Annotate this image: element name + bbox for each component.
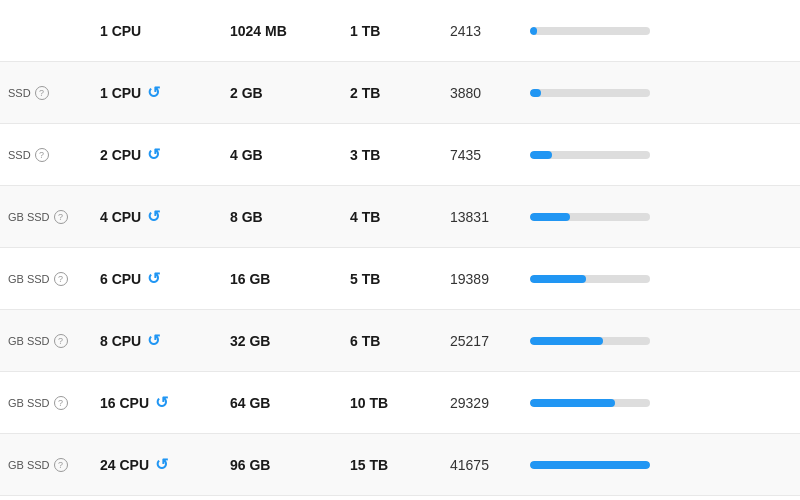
col-cpu: 2 CPU↺ (100, 145, 230, 164)
transfer-icon[interactable]: ↺ (147, 269, 160, 288)
progress-track (530, 337, 650, 345)
col-storage: 1 TB (350, 23, 450, 39)
table-row: 1 CPU1024 MB1 TB2413 (0, 0, 800, 62)
col-label: SSD? (0, 86, 100, 100)
col-price: 41675 (450, 457, 530, 473)
transfer-icon[interactable]: ↺ (147, 331, 160, 350)
col-bar (530, 399, 800, 407)
cpu-value: 24 CPU (100, 457, 149, 473)
col-bar (530, 213, 800, 221)
progress-track (530, 89, 650, 97)
help-icon[interactable]: ? (54, 272, 68, 286)
cpu-value: 16 CPU (100, 395, 149, 411)
help-icon[interactable]: ? (35, 148, 49, 162)
col-storage: 2 TB (350, 85, 450, 101)
col-ram: 8 GB (230, 209, 350, 225)
cpu-value: 8 CPU (100, 333, 141, 349)
transfer-icon[interactable]: ↺ (147, 83, 160, 102)
help-icon[interactable]: ? (54, 334, 68, 348)
ssd-label: GB SSD (8, 459, 50, 471)
col-price: 3880 (450, 85, 530, 101)
progress-fill (530, 461, 650, 469)
ssd-label: GB SSD (8, 211, 50, 223)
col-price: 7435 (450, 147, 530, 163)
ssd-label: SSD (8, 87, 31, 99)
help-icon[interactable]: ? (54, 458, 68, 472)
progress-track (530, 399, 650, 407)
progress-track (530, 461, 650, 469)
cpu-value: 2 CPU (100, 147, 141, 163)
transfer-icon[interactable]: ↺ (155, 393, 168, 412)
col-bar (530, 337, 800, 345)
col-label: GB SSD? (0, 334, 100, 348)
col-label: GB SSD? (0, 210, 100, 224)
table-row: GB SSD?16 CPU↺64 GB10 TB29329 (0, 372, 800, 434)
col-price: 19389 (450, 271, 530, 287)
table-row: GB SSD?8 CPU↺32 GB6 TB25217 (0, 310, 800, 372)
col-storage: 3 TB (350, 147, 450, 163)
col-cpu: 1 CPU (100, 23, 230, 39)
col-ram: 1024 MB (230, 23, 350, 39)
table-row: SSD?2 CPU↺4 GB3 TB7435 (0, 124, 800, 186)
table-row: GB SSD?24 CPU↺96 GB15 TB41675 (0, 434, 800, 496)
col-storage: 15 TB (350, 457, 450, 473)
table-row: GB SSD?4 CPU↺8 GB4 TB13831 (0, 186, 800, 248)
ssd-label: SSD (8, 149, 31, 161)
cpu-value: 4 CPU (100, 209, 141, 225)
col-bar (530, 151, 800, 159)
table-row: SSD?1 CPU↺2 GB2 TB3880 (0, 62, 800, 124)
progress-fill (530, 213, 570, 221)
ssd-label: GB SSD (8, 335, 50, 347)
table-row: GB SSD?6 CPU↺16 GB5 TB19389 (0, 248, 800, 310)
col-ram: 96 GB (230, 457, 350, 473)
progress-fill (530, 89, 541, 97)
col-ram: 16 GB (230, 271, 350, 287)
help-icon[interactable]: ? (54, 396, 68, 410)
ssd-label: GB SSD (8, 397, 50, 409)
progress-fill (530, 337, 603, 345)
col-storage: 6 TB (350, 333, 450, 349)
col-price: 25217 (450, 333, 530, 349)
col-ram: 2 GB (230, 85, 350, 101)
col-storage: 10 TB (350, 395, 450, 411)
col-price: 29329 (450, 395, 530, 411)
col-bar (530, 27, 800, 35)
col-cpu: 1 CPU↺ (100, 83, 230, 102)
progress-track (530, 213, 650, 221)
col-bar (530, 275, 800, 283)
cpu-value: 1 CPU (100, 85, 141, 101)
col-bar (530, 461, 800, 469)
col-bar (530, 89, 800, 97)
transfer-icon[interactable]: ↺ (147, 145, 160, 164)
col-ram: 32 GB (230, 333, 350, 349)
col-label: GB SSD? (0, 458, 100, 472)
transfer-icon[interactable]: ↺ (155, 455, 168, 474)
progress-fill (530, 399, 615, 407)
col-label: GB SSD? (0, 396, 100, 410)
col-storage: 4 TB (350, 209, 450, 225)
progress-track (530, 151, 650, 159)
progress-fill (530, 275, 586, 283)
col-cpu: 24 CPU↺ (100, 455, 230, 474)
col-label: GB SSD? (0, 272, 100, 286)
col-ram: 4 GB (230, 147, 350, 163)
col-cpu: 8 CPU↺ (100, 331, 230, 350)
pricing-table: 1 CPU1024 MB1 TB2413SSD?1 CPU↺2 GB2 TB38… (0, 0, 800, 496)
transfer-icon[interactable]: ↺ (147, 207, 160, 226)
help-icon[interactable]: ? (35, 86, 49, 100)
cpu-value: 6 CPU (100, 271, 141, 287)
col-price: 2413 (450, 23, 530, 39)
progress-track (530, 275, 650, 283)
cpu-value: 1 CPU (100, 23, 141, 39)
col-label: SSD? (0, 148, 100, 162)
progress-fill (530, 151, 552, 159)
col-cpu: 4 CPU↺ (100, 207, 230, 226)
ssd-label: GB SSD (8, 273, 50, 285)
col-price: 13831 (450, 209, 530, 225)
help-icon[interactable]: ? (54, 210, 68, 224)
progress-fill (530, 27, 537, 35)
col-cpu: 16 CPU↺ (100, 393, 230, 412)
col-ram: 64 GB (230, 395, 350, 411)
progress-track (530, 27, 650, 35)
col-cpu: 6 CPU↺ (100, 269, 230, 288)
